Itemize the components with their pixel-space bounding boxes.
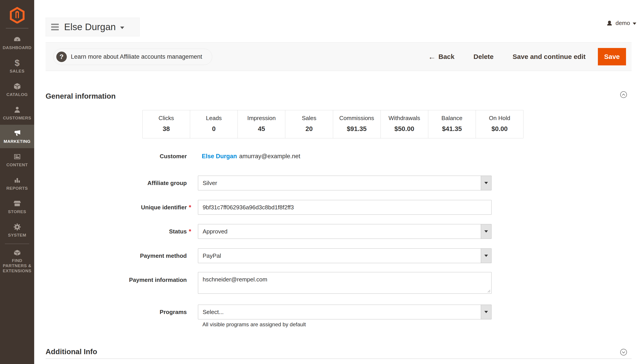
affiliate-group-row: Affiliate group Silver — [46, 176, 492, 190]
sidebar-item-label: FIND PARTNERS & EXTENSIONS — [0, 258, 34, 274]
action-bar: ? Learn more about Affiliate accounts ma… — [46, 42, 631, 71]
banner-text: Learn more about Affiliate accounts mana… — [71, 53, 202, 60]
chevron-up-circle-icon — [620, 91, 627, 98]
catalog-icon — [13, 82, 21, 90]
sidebar-item-stores[interactable]: STORES — [0, 195, 34, 218]
sales-icon: $ — [13, 59, 21, 67]
sidebar-menu: DASHBOARD $ SALES CATALOG CUSTOMERS MARK… — [0, 28, 34, 276]
customer-link[interactable]: Else Durgan — [202, 153, 237, 160]
delete-button[interactable]: Delete — [473, 53, 494, 60]
sidebar-item-label: CUSTOMERS — [2, 116, 32, 120]
payment-information-label: Payment information — [46, 272, 187, 284]
sidebar-item-label: STORES — [7, 209, 27, 214]
programs-select[interactable]: Select... — [198, 305, 492, 319]
unique-identifier-row: Unique identifier * — [46, 200, 492, 215]
stat-withdrawals: Withdrawals $50.00 — [381, 110, 428, 138]
stat-clicks: Clicks 38 — [143, 110, 190, 138]
chevron-down-icon — [120, 26, 124, 29]
stat-impression: Impression 45 — [238, 110, 285, 138]
chevron-down-circle-icon — [620, 348, 627, 356]
marketing-icon — [13, 129, 21, 137]
section-divider — [46, 358, 631, 359]
user-name: demo — [615, 20, 630, 26]
sidebar-item-label: SYSTEM — [7, 232, 27, 238]
customer-email: amurray@example.net — [239, 153, 300, 160]
chevron-down-icon — [633, 22, 636, 25]
collapse-general-button[interactable] — [620, 91, 627, 98]
required-mark: * — [187, 204, 198, 211]
stat-commissions: Commissions $91.35 — [333, 110, 381, 138]
affiliate-group-label: Affiliate group — [46, 180, 187, 186]
reports-icon — [13, 176, 21, 184]
status-row: Status * Approved — [46, 224, 492, 239]
save-and-continue-button[interactable]: Save and continue edit — [512, 53, 586, 60]
stat-sales: Sales 20 — [285, 110, 333, 138]
affiliate-group-select[interactable]: Silver — [198, 176, 492, 190]
stat-leads: Leads 0 — [190, 110, 238, 138]
programs-note: All visible programs are assigned by def… — [202, 321, 306, 328]
stat-on-hold: On Hold $0.00 — [476, 110, 523, 138]
sidebar-item-label: CONTENT — [5, 162, 29, 168]
help-icon: ? — [56, 52, 67, 62]
sidebar-item-label: SALES — [9, 68, 25, 74]
content-icon — [13, 153, 21, 161]
sidebar-item-label: MARKETING — [3, 139, 31, 144]
payment-method-label: Payment method — [46, 252, 187, 259]
admin-sidebar: DASHBOARD $ SALES CATALOG CUSTOMERS MARK… — [0, 0, 34, 364]
sidebar-item-sales[interactable]: $ SALES — [0, 54, 34, 78]
dropdown-arrow-icon[interactable] — [481, 176, 491, 190]
status-label: Status — [46, 228, 187, 235]
sidebar-item-dashboard[interactable]: DASHBOARD — [0, 31, 34, 54]
dropdown-arrow-icon[interactable] — [481, 224, 491, 238]
sidebar-item-reports[interactable]: REPORTS — [0, 172, 34, 195]
find-partners-icon — [13, 248, 21, 256]
general-information-heading: General information — [46, 92, 116, 100]
magento-logo-icon — [10, 7, 25, 24]
unique-identifier-input[interactable] — [198, 200, 492, 215]
hamburger-icon[interactable] — [51, 24, 59, 30]
sidebar-item-marketing[interactable]: MARKETING — [0, 125, 34, 148]
payment-information-row: Payment information hschneider@rempel.co… — [46, 272, 492, 294]
page-title: Else Durgan — [64, 22, 116, 32]
status-select[interactable]: Approved — [198, 224, 492, 239]
learn-more-banner[interactable]: ? Learn more about Affiliate accounts ma… — [53, 49, 212, 65]
additional-info-heading: Additional Info — [46, 348, 97, 356]
magento-logo[interactable] — [0, 0, 34, 28]
dropdown-arrow-icon[interactable] — [481, 305, 491, 319]
required-mark: * — [187, 228, 198, 235]
save-button[interactable]: Save — [598, 48, 626, 66]
page-title-switcher[interactable]: Else Durgan — [46, 18, 140, 36]
sidebar-item-label: DASHBOARD — [2, 45, 32, 50]
customer-label: Customer — [46, 153, 187, 160]
stat-balance: Balance $41.35 — [428, 110, 476, 138]
stores-icon — [13, 200, 21, 208]
sidebar-item-label: CATALOG — [6, 92, 29, 97]
sidebar-item-customers[interactable]: CUSTOMERS — [0, 101, 34, 125]
sidebar-item-find-partners[interactable]: FIND PARTNERS & EXTENSIONS — [0, 246, 34, 276]
programs-row: Programs Select... — [46, 305, 492, 319]
toolbar-actions: ← Back Delete Save and continue edit Sav… — [428, 48, 626, 66]
customers-icon — [13, 106, 21, 114]
dropdown-arrow-icon[interactable] — [481, 248, 491, 263]
user-menu[interactable]: demo — [606, 20, 636, 26]
programs-label: Programs — [46, 309, 187, 316]
customer-value: Else Durganamurray@example.net — [198, 153, 492, 160]
back-label: Back — [439, 53, 455, 60]
sidebar-item-catalog[interactable]: CATALOG — [0, 78, 34, 101]
sidebar-item-content[interactable]: CONTENT — [0, 148, 34, 172]
user-icon — [606, 20, 613, 26]
payment-information-textarea[interactable]: hschneider@rempel.com — [198, 272, 492, 294]
back-button[interactable]: ← Back — [428, 53, 455, 60]
payment-method-select[interactable]: PayPal — [198, 248, 492, 263]
main-area: Else Durgan demo ? Learn more about Affi… — [34, 0, 643, 364]
back-arrow-icon: ← — [428, 53, 436, 60]
system-icon — [13, 223, 21, 231]
affiliate-stats-table: Clicks 38 Leads 0 Impression 45 Sales 20… — [142, 110, 523, 138]
payment-method-row: Payment method PayPal — [46, 248, 492, 263]
sidebar-item-system[interactable]: SYSTEM — [0, 218, 34, 242]
customer-row: Customer Else Durganamurray@example.net — [46, 149, 492, 164]
sidebar-divider — [5, 244, 29, 244]
sidebar-item-label: REPORTS — [5, 186, 29, 191]
expand-additional-info-button[interactable] — [620, 348, 627, 356]
dashboard-icon — [13, 36, 21, 44]
